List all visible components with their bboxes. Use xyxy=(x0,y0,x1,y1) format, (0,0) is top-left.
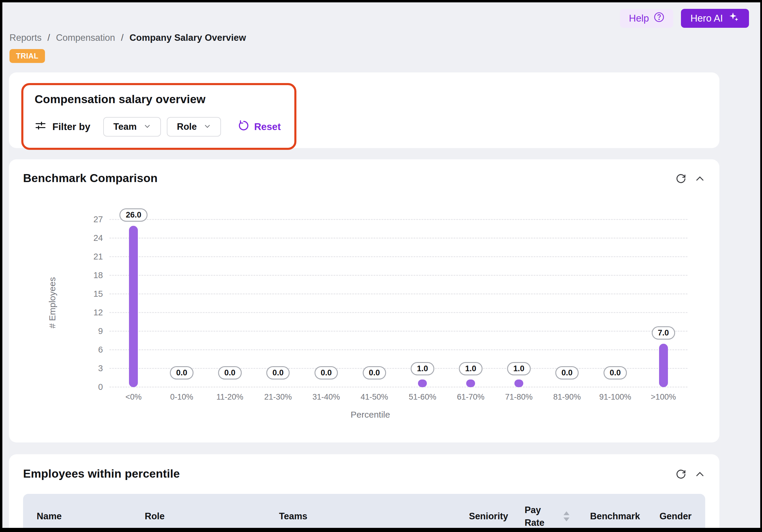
value-badge-61-70%: 1.0 xyxy=(459,362,483,375)
sliders-filter-icon xyxy=(35,120,46,134)
refresh-icon[interactable] xyxy=(676,173,686,184)
breadcrumb-separator: / xyxy=(48,33,50,43)
breadcrumb-compensation[interactable]: Compensation xyxy=(56,33,115,43)
x-axis-tick-label: 61-70% xyxy=(457,392,485,402)
value-badge-91-100%: 0.0 xyxy=(603,366,627,379)
filter-card-title: Compensation salary overview xyxy=(35,93,281,106)
highlight-outline: Compensation salary overview Filter by xyxy=(21,83,296,150)
x-axis-tick-label: 11-20% xyxy=(216,392,244,402)
app-window: Help Hero AI Reports / Compensation xyxy=(0,0,762,532)
y-axis-tick-label: 0 xyxy=(85,382,103,392)
x-axis-tick-label: >100% xyxy=(651,392,676,402)
bar-61-70% xyxy=(466,379,475,387)
collapse-chevron-up-icon[interactable] xyxy=(695,469,705,480)
x-axis-tick-label: 41-50% xyxy=(360,392,388,402)
employees-table-header: Name Role Teams Seniority Pay Rate Bench… xyxy=(23,494,705,532)
chart-column-31-40%: 0.031-40% xyxy=(302,220,350,387)
bar->100% xyxy=(659,344,668,387)
sort-icon[interactable] xyxy=(563,511,570,522)
chevron-down-icon xyxy=(144,121,151,132)
chart-column-81-90%: 0.081-90% xyxy=(543,220,591,387)
chart-column-51-60%: 1.051-60% xyxy=(399,220,447,387)
chart-column-21-30%: 0.021-30% xyxy=(254,220,302,387)
column-header-teams: Teams xyxy=(279,511,469,522)
y-axis-tick-label: 15 xyxy=(85,289,103,299)
x-axis-tick-label: 81-90% xyxy=(553,392,581,402)
value-badge-81-90%: 0.0 xyxy=(555,366,579,379)
bar-51-60% xyxy=(418,379,427,387)
value-badge-41-50%: 0.0 xyxy=(363,366,386,379)
y-axis-tick-label: 24 xyxy=(85,233,103,243)
refresh-icon[interactable] xyxy=(676,469,686,480)
filter-row: Filter by Team Role xyxy=(35,117,281,137)
benchmark-card-title: Benchmark Comparison xyxy=(23,172,158,185)
column-header-seniority: Seniority xyxy=(469,511,524,522)
topbar: Help Hero AI xyxy=(9,9,749,28)
filter-by: Filter by xyxy=(35,120,90,134)
column-header-gender: Gender xyxy=(649,511,692,522)
y-axis-tick-label: 21 xyxy=(85,252,103,262)
breadcrumb-separator: / xyxy=(121,33,124,43)
chevron-down-icon xyxy=(204,121,211,132)
team-dropdown-label: Team xyxy=(113,121,137,132)
chart-column-91-100%: 0.091-100% xyxy=(591,220,639,387)
value-badge->100%: 7.0 xyxy=(652,326,675,340)
employees-percentile-card: Employees within percentile Name Role Te… xyxy=(9,454,720,532)
y-axis-tick-label: 6 xyxy=(85,345,103,355)
reset-filters-button[interactable]: Reset xyxy=(238,120,281,134)
hero-ai-button[interactable]: Hero AI xyxy=(681,9,749,28)
chart-column-41-50%: 0.041-50% xyxy=(350,220,399,387)
benchmark-card-actions xyxy=(676,173,705,184)
team-filter-dropdown[interactable]: Team xyxy=(103,117,161,137)
x-axis-tick-label: 21-30% xyxy=(264,392,292,402)
reset-label: Reset xyxy=(254,121,281,132)
chart-column-0-10%: 0.00-10% xyxy=(158,220,206,387)
hero-ai-button-label: Hero AI xyxy=(690,13,723,24)
chart-column->100%: 7.0>100% xyxy=(639,220,687,387)
collapse-chevron-up-icon[interactable] xyxy=(695,173,705,184)
y-axis-tick-label: 27 xyxy=(85,215,103,224)
y-axis-tick-label: 12 xyxy=(85,308,103,317)
benchmark-comparison-card: Benchmark Comparison # Employees Percent… xyxy=(9,159,720,442)
breadcrumb-reports[interactable]: Reports xyxy=(10,33,42,43)
y-axis-tick-label: 18 xyxy=(85,270,103,280)
bar-71-80% xyxy=(514,379,523,387)
x-axis-tick-label: <0% xyxy=(125,392,142,402)
value-badge-<0%: 26.0 xyxy=(119,208,148,222)
x-axis-tick-label: 91-100% xyxy=(599,392,631,402)
breadcrumb-current-page: Company Salary Overview xyxy=(129,33,246,43)
value-badge-21-30%: 0.0 xyxy=(266,366,290,379)
x-axis-tick-label: 71-80% xyxy=(505,392,532,402)
y-axis-title: # Employees xyxy=(47,278,57,328)
role-filter-dropdown[interactable]: Role xyxy=(167,117,221,137)
reset-rotate-ccw-icon xyxy=(238,120,249,134)
bar-<0% xyxy=(129,226,138,387)
chart-column-61-70%: 1.061-70% xyxy=(447,220,495,387)
column-header-role: Role xyxy=(145,511,279,522)
value-badge-11-20%: 0.0 xyxy=(218,366,242,379)
employees-card-header: Employees within percentile xyxy=(23,467,705,480)
y-axis-tick-label: 3 xyxy=(85,364,103,373)
filter-by-label: Filter by xyxy=(52,121,90,132)
employees-card-actions xyxy=(676,469,705,480)
help-button-label: Help xyxy=(629,13,649,24)
chart-columns: 26.0<0%0.00-10%0.011-20%0.021-30%0.031-4… xyxy=(110,220,687,387)
help-button[interactable]: Help xyxy=(620,9,673,28)
trial-badge: TRIAL xyxy=(10,49,45,63)
sparkles-icon xyxy=(728,12,739,25)
help-question-icon xyxy=(654,12,664,25)
y-axis-tick-label: 9 xyxy=(85,326,103,336)
compensation-overview-card: Compensation salary overview Filter by xyxy=(9,72,720,148)
value-badge-51-60%: 1.0 xyxy=(411,362,434,375)
value-badge-31-40%: 0.0 xyxy=(314,366,338,379)
breadcrumb: Reports / Compensation / Company Salary … xyxy=(10,33,760,43)
chart-column-71-80%: 1.071-80% xyxy=(495,220,543,387)
x-axis-tick-label: 0-10% xyxy=(170,392,193,402)
benchmark-chart: # Employees Percentile 03691215182124272… xyxy=(110,220,687,387)
employees-card-title: Employees within percentile xyxy=(23,467,180,480)
column-header-benchmark: Benchmark xyxy=(590,511,649,522)
column-header-pay-rate: Pay Rate xyxy=(524,503,590,529)
benchmark-card-header: Benchmark Comparison xyxy=(23,172,705,185)
value-badge-0-10%: 0.0 xyxy=(170,366,193,379)
pay-rate-label: Pay Rate xyxy=(524,503,554,529)
